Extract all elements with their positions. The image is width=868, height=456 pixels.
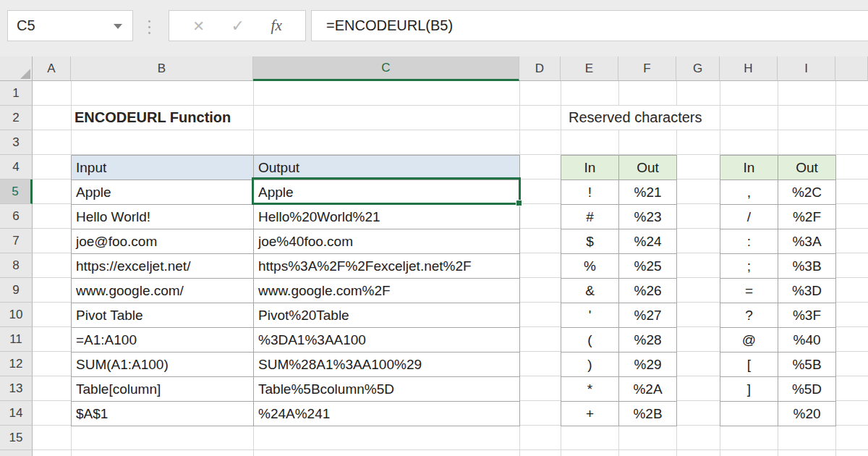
cancel-icon[interactable]: ✕ [192,17,205,35]
output-header-cell[interactable]: Output [254,156,520,180]
output-cell[interactable]: Pivot%20Table [254,303,520,328]
in-cell[interactable]: , [720,180,778,205]
column-header-c[interactable]: C [253,56,519,81]
column-header-d[interactable]: D [519,56,561,81]
row-header-7[interactable]: 7 [0,229,33,253]
row-header-13[interactable]: 13 [0,376,33,401]
in-cell[interactable]: [ [720,352,778,377]
sheet-title-cell[interactable]: ENCODEURL Function [75,106,231,130]
column-header-a[interactable]: A [33,56,71,81]
out-cell[interactable]: %40 [778,328,836,352]
in-cell[interactable]: # [561,205,619,229]
in-cell[interactable]: ' [561,303,619,328]
out-cell[interactable]: %3F [778,303,836,328]
reserved-heading-cell[interactable]: Reserved characters [569,106,705,130]
in-cell[interactable]: + [561,402,619,426]
row-header-1[interactable]: 1 [0,81,33,106]
row-header-15[interactable]: 15 [0,426,33,450]
in-cell[interactable]: : [720,229,778,254]
confirm-icon[interactable]: ✓ [231,17,244,35]
fill-handle[interactable] [516,200,522,206]
out-header-cell[interactable]: Out [619,156,677,180]
output-cell[interactable]: Table%5Bcolumn%5D [254,377,520,402]
column-header-b[interactable]: B [71,56,253,81]
output-cell[interactable]: Hello%20World%21 [254,205,520,229]
out-cell[interactable]: %27 [619,303,677,328]
output-cell[interactable]: %3DA1%3AA100 [254,328,520,352]
column-header-g[interactable]: G [676,56,720,81]
row-header-14[interactable]: 14 [0,401,33,426]
row-header-3[interactable]: 3 [0,130,33,155]
in-cell[interactable]: % [561,254,619,279]
out-cell[interactable]: %2B [619,402,677,426]
out-cell[interactable]: %2C [778,180,836,205]
output-cell[interactable]: SUM%28A1%3AA100%29 [254,352,520,377]
in-cell[interactable]: ? [720,303,778,328]
input-cell[interactable]: Table[column] [72,377,254,402]
row-header-2[interactable]: 2 [0,106,33,130]
in-cell[interactable]: / [720,205,778,229]
input-cell[interactable]: Hello World! [72,205,254,229]
out-cell[interactable]: %25 [619,254,677,279]
out-cell[interactable]: %24 [619,229,677,254]
out-cell[interactable]: %26 [619,279,677,303]
in-cell[interactable]: ] [720,377,778,402]
row-header-11[interactable]: 11 [0,327,33,352]
input-cell[interactable]: SUM(A1:A100) [72,352,254,377]
column-header-f[interactable]: F [618,56,676,81]
row-header-12[interactable]: 12 [0,352,33,376]
output-cell[interactable]: joe%40foo.com [254,229,520,254]
column-header-partial[interactable] [835,56,868,81]
out-header-cell[interactable]: Out [778,156,836,180]
in-cell[interactable]: ! [561,180,619,205]
in-header-cell[interactable]: In [720,156,778,180]
input-cell[interactable]: $A$1 [72,402,254,426]
in-cell[interactable]: ; [720,254,778,279]
out-cell[interactable]: %5B [778,352,836,377]
input-header-cell[interactable]: Input [72,156,254,180]
in-cell[interactable]: @ [720,328,778,352]
column-header-h[interactable]: H [720,56,778,81]
row-header-partial[interactable] [0,450,33,456]
input-cell[interactable]: https://exceljet.net/ [72,254,254,279]
output-cell[interactable]: Apple [254,180,520,205]
row-header-4[interactable]: 4 [0,155,33,180]
in-cell[interactable]: = [720,279,778,303]
out-cell[interactable]: %2A [619,377,677,402]
out-cell[interactable]: %3B [778,254,836,279]
name-box[interactable]: C5 [7,10,133,41]
row-header-8[interactable]: 8 [0,253,33,278]
formula-bar[interactable]: =ENCODEURL(B5) [311,10,868,41]
out-cell[interactable]: %20 [778,402,836,426]
out-cell[interactable]: %5D [778,377,836,402]
output-cell[interactable]: www.google.com%2F [254,279,520,303]
out-cell[interactable]: %3D [778,279,836,303]
in-cell[interactable]: ) [561,352,619,377]
out-cell[interactable]: %2F [778,205,836,229]
input-cell[interactable]: Apple [72,180,254,205]
out-cell[interactable]: %23 [619,205,677,229]
row-header-6[interactable]: 6 [0,204,33,229]
out-cell[interactable]: %29 [619,352,677,377]
output-cell[interactable]: %24A%241 [254,402,520,426]
input-cell[interactable]: www.google.com/ [72,279,254,303]
column-header-i[interactable]: I [778,56,835,81]
in-cell[interactable]: ( [561,328,619,352]
in-cell[interactable]: * [561,377,619,402]
in-header-cell[interactable]: In [561,156,619,180]
column-header-e[interactable]: E [561,56,618,81]
row-header-10[interactable]: 10 [0,303,33,327]
in-cell[interactable]: $ [561,229,619,254]
select-all-button[interactable] [0,56,33,81]
in-cell[interactable] [720,402,778,426]
out-cell[interactable]: %3A [778,229,836,254]
row-header-5[interactable]: 5 [0,180,33,204]
in-cell[interactable]: & [561,279,619,303]
out-cell[interactable]: %28 [619,328,677,352]
name-box-dropdown-icon[interactable] [114,24,122,29]
insert-function-icon[interactable]: fx [271,17,282,35]
out-cell[interactable]: %21 [619,180,677,205]
input-cell[interactable]: joe@foo.com [72,229,254,254]
row-header-9[interactable]: 9 [0,278,33,303]
output-cell[interactable]: https%3A%2F%2Fexceljet.net%2F [254,254,520,279]
